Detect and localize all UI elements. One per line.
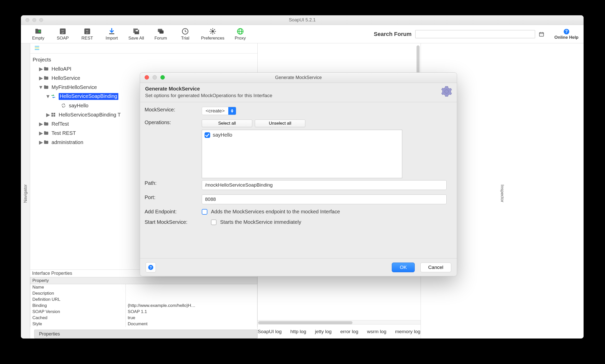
ok-button[interactable]: OK bbox=[392, 263, 414, 272]
save-all-button[interactable]: Save All bbox=[124, 28, 148, 41]
dialog-header: Generate MockService Set options for gen… bbox=[140, 83, 457, 102]
svg-line-24 bbox=[214, 29, 215, 30]
online-help-button[interactable]: ? Online Help bbox=[554, 28, 578, 40]
tree-root[interactable]: Projects bbox=[30, 55, 257, 64]
cancel-button[interactable]: Cancel bbox=[420, 263, 451, 272]
navigator-tab[interactable]: Navigator bbox=[21, 43, 30, 339]
svg-text:ST: ST bbox=[86, 32, 89, 34]
checkbox-icon[interactable] bbox=[205, 132, 210, 138]
property-row[interactable]: Description bbox=[30, 290, 257, 296]
svg-rect-14 bbox=[159, 30, 163, 34]
svg-text:AP: AP bbox=[61, 32, 64, 34]
svg-text:?: ? bbox=[565, 29, 568, 34]
operations-label: Operations: bbox=[145, 120, 202, 125]
tree-item[interactable]: ▶HelloAPI bbox=[30, 64, 257, 73]
preferences-button[interactable]: Preferences bbox=[197, 28, 228, 41]
start-mockservice-label: Start MockService: bbox=[145, 219, 211, 225]
toolbar: Empty SOAPSOAP RESTREST Import Save All … bbox=[21, 25, 584, 43]
help-button[interactable]: ? bbox=[146, 262, 156, 272]
close-icon bbox=[145, 75, 149, 80]
property-row[interactable]: StyleDocument bbox=[30, 321, 257, 327]
dialog-traffic-lights[interactable] bbox=[145, 75, 165, 80]
dialog-footer: ? OK Cancel bbox=[140, 258, 457, 276]
gear-icon bbox=[441, 86, 452, 98]
select-all-button[interactable]: Select all bbox=[202, 120, 252, 127]
svg-line-23 bbox=[210, 33, 211, 34]
property-row[interactable]: SOAP VersionSOAP 1.1 bbox=[30, 309, 257, 315]
search-label: Search Forum bbox=[374, 31, 412, 37]
window-title: SoapUI 5.2.1 bbox=[289, 17, 316, 23]
log-tab[interactable]: jetty log bbox=[315, 329, 332, 334]
port-label: Port: bbox=[145, 194, 202, 200]
svg-rect-38 bbox=[54, 113, 55, 114]
property-row[interactable]: Binding{http://www.example.com/hello}H… bbox=[30, 303, 257, 309]
log-tab[interactable]: http log bbox=[290, 329, 306, 334]
svg-rect-37 bbox=[52, 113, 53, 114]
mockservice-label: MockService: bbox=[145, 107, 202, 113]
generate-mockservice-dialog: Generate MockService Generate MockServic… bbox=[140, 72, 457, 276]
path-input[interactable] bbox=[202, 180, 447, 190]
select-arrows-icon bbox=[228, 107, 236, 115]
svg-point-16 bbox=[211, 30, 214, 33]
svg-rect-40 bbox=[54, 115, 55, 116]
svg-rect-2 bbox=[39, 30, 41, 32]
svg-text:RE: RE bbox=[86, 30, 89, 32]
property-row[interactable]: Cachedtrue bbox=[30, 315, 257, 321]
forum-button[interactable]: Forum bbox=[148, 28, 173, 41]
zoom-icon bbox=[160, 75, 165, 80]
navigator-toolbar bbox=[30, 43, 257, 54]
rest-button[interactable]: RESTREST bbox=[75, 28, 99, 41]
properties-tab[interactable]: Properties bbox=[34, 330, 257, 339]
calendar-icon[interactable] bbox=[539, 31, 544, 37]
add-endpoint-label: Add Endpoint: bbox=[145, 209, 202, 215]
properties-table: Property NameDescriptionDefinition URLBi… bbox=[30, 277, 257, 327]
svg-rect-28 bbox=[539, 32, 544, 36]
svg-rect-9 bbox=[109, 33, 114, 34]
svg-rect-1 bbox=[35, 29, 38, 30]
svg-text:?: ? bbox=[150, 265, 152, 269]
window-traffic-lights[interactable] bbox=[26, 18, 43, 22]
dialog-titlebar: Generate MockService bbox=[140, 73, 457, 83]
trial-button[interactable]: Trial bbox=[173, 28, 197, 41]
log-tabs: SoapUI loghttp logjetty logerror logwsrm… bbox=[258, 324, 421, 339]
svg-line-21 bbox=[210, 29, 211, 30]
add-endpoint-checkbox[interactable] bbox=[202, 209, 207, 215]
svg-line-22 bbox=[214, 33, 215, 34]
list-icon[interactable] bbox=[34, 45, 40, 52]
log-tab[interactable]: memory log bbox=[395, 329, 420, 334]
log-tab[interactable]: wsrm log bbox=[367, 329, 386, 334]
import-button[interactable]: Import bbox=[99, 28, 124, 41]
log-tab[interactable]: error log bbox=[340, 329, 358, 334]
property-row[interactable]: Name bbox=[30, 284, 257, 291]
port-input[interactable] bbox=[202, 194, 447, 204]
path-label: Path: bbox=[145, 180, 202, 186]
unselect-all-button[interactable]: Unselect all bbox=[255, 120, 305, 127]
search-input[interactable] bbox=[415, 30, 535, 38]
titlebar: SoapUI 5.2.1 bbox=[21, 15, 584, 25]
svg-rect-39 bbox=[52, 115, 53, 116]
empty-button[interactable]: Empty bbox=[26, 28, 51, 41]
svg-text:SO: SO bbox=[61, 30, 64, 32]
log-tab[interactable]: SoapUI log bbox=[258, 329, 282, 334]
soap-button[interactable]: SOAPSOAP bbox=[51, 28, 75, 41]
operations-list[interactable]: sayHello bbox=[202, 130, 402, 178]
mockservice-select[interactable]: <create> bbox=[202, 107, 236, 115]
operation-item[interactable]: sayHello bbox=[205, 132, 399, 138]
property-row[interactable]: Definition URL bbox=[30, 296, 257, 303]
proxy-button[interactable]: Proxy bbox=[228, 28, 253, 41]
minimize-icon bbox=[153, 75, 157, 80]
start-mockservice-checkbox[interactable] bbox=[211, 219, 217, 225]
svg-rect-12 bbox=[136, 30, 138, 31]
